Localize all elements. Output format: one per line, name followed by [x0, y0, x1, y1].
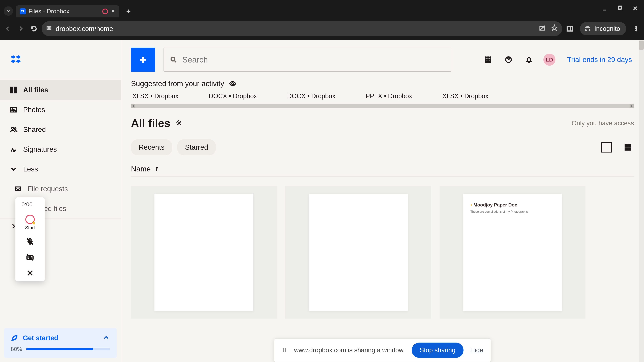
svg-point-19 [485, 59, 486, 60]
bookmark-star-icon[interactable] [551, 24, 558, 33]
tab-close-button[interactable] [111, 8, 116, 15]
tab-strip: Files - Dropbox [2, 0, 133, 17]
scroll-left-arrow[interactable]: ◀ [131, 104, 135, 108]
hide-share-bar-button[interactable]: Hide [470, 347, 483, 354]
chip-starred[interactable]: Starred [177, 139, 216, 155]
create-button[interactable] [131, 48, 155, 72]
tab-search-button[interactable] [4, 6, 13, 16]
browser-tab[interactable]: Files - Dropbox [16, 5, 120, 17]
suggested-scrollbar[interactable]: ◀ ▶ [131, 104, 634, 108]
recording-indicator-icon [102, 8, 108, 14]
get-started-card[interactable]: Get started 80% [4, 328, 117, 358]
suggested-item[interactable]: XLSX • Dropbox [442, 92, 488, 100]
svg-point-24 [490, 61, 491, 62]
stop-sharing-button[interactable]: Stop sharing [412, 343, 464, 358]
svg-point-22 [485, 61, 486, 62]
paper-doc-title: Moodjoy Paper Doc [470, 202, 554, 208]
scrollbar-thumb[interactable] [639, 40, 644, 50]
avatar-initials: LD [546, 57, 553, 63]
window-controls [602, 5, 638, 12]
files-grid: Moodjoy Paper Doc These are compilations… [121, 177, 644, 319]
sidebar-item-all-files[interactable]: All files [0, 80, 121, 100]
svg-point-26 [232, 83, 234, 85]
extension-blocked-icon[interactable] [539, 24, 546, 33]
grid-view-toggle[interactable] [622, 141, 634, 153]
svg-point-12 [12, 127, 14, 129]
forward-button[interactable] [16, 23, 26, 34]
app-switcher-button[interactable] [482, 54, 494, 66]
reload-button[interactable] [28, 23, 39, 34]
file-card-paper[interactable]: Moodjoy Paper Doc These are compilations… [440, 186, 586, 319]
dropbox-logo[interactable] [0, 40, 121, 80]
site-info-icon[interactable] [46, 25, 52, 33]
share-message: www.dropbox.com is sharing a window. [294, 347, 405, 354]
search-input[interactable] [182, 55, 445, 64]
maximize-button[interactable] [617, 5, 622, 12]
screen-recorder-panel[interactable]: 0:00 👆 Start [16, 197, 44, 281]
browser-toolbar: dropbox.com/home Incognito [0, 17, 644, 40]
notifications-button[interactable] [523, 54, 535, 66]
trial-banner-link[interactable]: Trial ends in 29 days [567, 56, 632, 64]
scroll-right-arrow[interactable]: ▶ [630, 104, 634, 108]
browser-menu-button[interactable] [631, 23, 642, 34]
back-button[interactable] [2, 23, 13, 34]
sidebar-item-shared[interactable]: Shared [0, 120, 121, 139]
search-box[interactable] [164, 48, 451, 72]
suggested-item[interactable]: DOCX • Dropbox [287, 92, 336, 100]
incognito-indicator[interactable]: Incognito [580, 22, 626, 35]
help-button[interactable] [502, 54, 514, 66]
list-view-toggle[interactable] [602, 142, 612, 152]
suggested-item[interactable]: PPTX • Dropbox [366, 92, 412, 100]
sidebar-item-photos[interactable]: Photos [0, 100, 121, 120]
settings-gear-button[interactable] [176, 119, 182, 127]
sidebar-item-file-requests[interactable]: File requests [0, 179, 121, 199]
suggested-item[interactable]: DOCX • Dropbox [209, 92, 257, 100]
recorder-mic-button[interactable] [26, 238, 34, 246]
recorder-camera-button[interactable] [26, 253, 34, 262]
close-window-button[interactable] [632, 5, 638, 12]
eye-icon[interactable] [229, 80, 236, 87]
rocket-icon [11, 334, 18, 342]
dropbox-favicon [20, 8, 26, 14]
svg-rect-8 [11, 91, 13, 93]
minimize-button[interactable] [602, 5, 607, 12]
sidebar-less-toggle[interactable]: Less [0, 159, 121, 179]
suggested-header: Suggested from your activity [121, 79, 644, 89]
file-card[interactable] [285, 186, 431, 319]
new-tab-button[interactable] [124, 7, 133, 16]
suggested-items: XLSX • Dropbox DOCX • Dropbox DOCX • Dro… [121, 89, 644, 100]
svg-rect-6 [11, 87, 13, 89]
svg-rect-7 [14, 87, 16, 89]
chip-recents[interactable]: Recents [131, 139, 172, 155]
pause-share-button[interactable] [282, 347, 287, 354]
sidebar-item-label: All files [23, 86, 48, 94]
svg-point-3 [636, 26, 637, 27]
svg-rect-30 [625, 148, 628, 150]
sidebar-item-signatures[interactable]: Signatures [0, 139, 121, 159]
address-bar[interactable]: dropbox.com/home [42, 21, 562, 36]
svg-rect-29 [628, 145, 631, 147]
column-header-name[interactable]: Name [121, 155, 644, 176]
inbox-icon [14, 185, 22, 193]
recorder-start-label: Start [25, 225, 35, 230]
svg-point-4 [636, 28, 637, 29]
recorder-start-button[interactable]: 👆 Start [25, 215, 35, 230]
browser-window: Files - Dropbox dropbox.com/home [0, 0, 644, 362]
svg-rect-28 [625, 145, 628, 147]
topbar: LD Trial ends in 29 days [121, 40, 644, 79]
gear-icon [176, 119, 182, 126]
sidebar-item-label: Photos [23, 106, 45, 114]
signature-icon [10, 145, 18, 153]
recorder-close-button[interactable] [26, 269, 34, 278]
svg-point-5 [636, 30, 637, 31]
suggested-item[interactable]: XLSX • Dropbox [132, 92, 178, 100]
vertical-scrollbar[interactable]: ▲ [639, 40, 644, 362]
side-panel-button[interactable] [564, 23, 575, 34]
svg-point-20 [487, 59, 488, 60]
file-card[interactable] [131, 186, 277, 319]
grid-icon [10, 86, 18, 94]
url-text: dropbox.com/home [56, 25, 113, 32]
account-avatar[interactable]: LD [544, 54, 556, 66]
paper-doc-subtitle: These are compilations of my Photographs [470, 210, 554, 214]
close-icon [26, 269, 34, 277]
